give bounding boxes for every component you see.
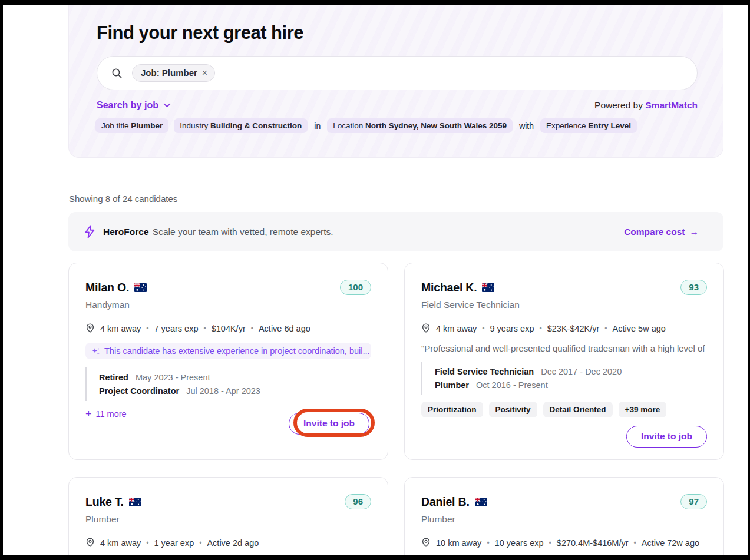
candidate-meta-row: 4 km away•7 years exp•$104K/yr•Active 6d… bbox=[85, 323, 371, 333]
candidate-quote: "Professional and well-presented qualifi… bbox=[421, 343, 707, 353]
close-icon[interactable]: × bbox=[202, 68, 207, 78]
candidate-job-title: Plumber bbox=[421, 514, 707, 525]
meta-item: Active 5w ago bbox=[613, 324, 666, 333]
search-input[interactable]: Job: Plumber × bbox=[97, 56, 698, 90]
meta-item: 1 year exp bbox=[154, 538, 194, 548]
match-score-badge: 100 bbox=[340, 280, 371, 295]
compare-cost-link[interactable]: Compare cost → bbox=[624, 227, 699, 237]
meta-item: 10 km away bbox=[436, 538, 481, 548]
powered-by: Powered by SmartMatch bbox=[594, 100, 698, 111]
filter-chip-location[interactable]: Location North Sydney, New South Wales 2… bbox=[327, 118, 513, 133]
filter-connector-in: in bbox=[313, 121, 322, 131]
search-term-label: Job: Plumber bbox=[141, 68, 197, 78]
meta-item: Active 2d ago bbox=[207, 538, 259, 548]
filter-chip-experience[interactable]: Experience Entry Level bbox=[540, 118, 637, 133]
candidate-card: Luke T.96Plumber4 km away•1 year exp•Act… bbox=[68, 477, 388, 560]
meta-separator: • bbox=[251, 324, 253, 333]
experience-row: PlumberOct 2016 - Present bbox=[435, 380, 707, 390]
meta-separator: • bbox=[146, 324, 148, 333]
search-term-chip[interactable]: Job: Plumber × bbox=[132, 64, 215, 82]
filter-connector-with: with bbox=[518, 121, 535, 131]
meta-item: $23K-$42K/yr bbox=[547, 324, 600, 333]
filter-label: Location bbox=[333, 121, 363, 130]
experience-role: Project Coordinator bbox=[99, 386, 179, 396]
candidate-job-title: Plumber bbox=[85, 514, 371, 525]
plus-icon: + bbox=[85, 409, 92, 419]
candidate-meta-row: 4 km away•9 years exp•$23K-$42K/yr•Activ… bbox=[421, 323, 707, 333]
candidate-card: Michael K.93Field Service Technician4 km… bbox=[404, 263, 724, 460]
search-by-job-dropdown[interactable]: Search by job bbox=[97, 100, 171, 111]
match-score-badge: 93 bbox=[680, 280, 707, 295]
meta-separator: • bbox=[549, 539, 551, 547]
candidate-job-title: Field Service Technician bbox=[421, 300, 707, 310]
screenshot-frame-right bbox=[748, 0, 750, 560]
filter-chip-job-title[interactable]: Job title Plumber bbox=[95, 118, 168, 133]
match-score-badge: 96 bbox=[345, 494, 371, 509]
candidate-name: Milan O. bbox=[85, 281, 129, 294]
candidate-card: Daniel B.97Plumber10 km away•10 years ex… bbox=[404, 477, 724, 560]
candidate-card-header: Milan O.100 bbox=[85, 280, 371, 295]
banner-message: Scale your team with vetted, remote expe… bbox=[153, 227, 333, 237]
meta-item: Active 72w ago bbox=[642, 538, 699, 548]
filter-value: Entry Level bbox=[588, 121, 631, 130]
filter-value: Building & Construction bbox=[210, 121, 302, 130]
candidate-card: Milan O.100Handyman4 km away•7 years exp… bbox=[68, 263, 388, 460]
experience-row: Field Service TechnicianDec 2017 - Dec 2… bbox=[435, 367, 707, 376]
meta-item: 4 km away bbox=[100, 538, 141, 548]
screenshot-frame-left bbox=[0, 0, 3, 560]
screenshot-frame-bottom bbox=[0, 555, 750, 560]
ai-summary-pill[interactable]: This candidate has extensive experience … bbox=[85, 343, 371, 359]
experience-list: Field Service TechnicianDec 2017 - Dec 2… bbox=[421, 362, 707, 395]
skill-tag[interactable]: Detail Oriented bbox=[543, 402, 613, 417]
candidate-name: Michael K. bbox=[421, 281, 477, 294]
experience-dates: Oct 2016 - Present bbox=[476, 380, 548, 390]
ai-summary-text: This candidate has extensive experience … bbox=[104, 346, 370, 356]
filter-label: Experience bbox=[546, 121, 586, 130]
location-pin-icon bbox=[85, 323, 95, 333]
screenshot-frame-top bbox=[0, 0, 750, 5]
arrow-right-icon: → bbox=[690, 227, 699, 237]
australia-flag-icon bbox=[129, 498, 141, 506]
meta-item: 9 years exp bbox=[490, 324, 534, 333]
chevron-down-icon bbox=[163, 103, 171, 108]
meta-separator: • bbox=[482, 324, 484, 333]
filter-chip-row: Job title Plumber Industry Building & Co… bbox=[95, 118, 637, 133]
show-more-experience-link[interactable]: +11 more bbox=[85, 409, 127, 419]
candidate-card-header: Luke T.96 bbox=[85, 494, 371, 509]
experience-dates: Jul 2018 - Apr 2023 bbox=[186, 386, 260, 396]
experience-role: Plumber bbox=[435, 380, 469, 390]
results-count: Showing 8 of 24 candidates bbox=[69, 194, 177, 204]
filter-label: Job title bbox=[101, 121, 129, 130]
skill-tag[interactable]: Positivity bbox=[489, 402, 537, 417]
experience-role: Retired bbox=[99, 373, 128, 382]
skill-tag-row: PrioritizationPositivityDetail Oriented+… bbox=[421, 402, 666, 417]
experience-row: RetiredMay 2023 - Present bbox=[99, 373, 371, 382]
meta-separator: • bbox=[487, 539, 489, 547]
filter-value: Plumber bbox=[131, 121, 163, 130]
search-hero-panel: Find your next great hire Job: Plumber ×… bbox=[68, 0, 723, 158]
page-title: Find your next great hire bbox=[97, 22, 303, 44]
meta-separator: • bbox=[539, 324, 541, 333]
candidate-card-header: Michael K.93 bbox=[421, 280, 707, 295]
meta-separator: • bbox=[634, 539, 636, 547]
show-more-label: 11 more bbox=[96, 409, 127, 419]
experience-role: Field Service Technician bbox=[435, 367, 534, 376]
sparkle-icon bbox=[91, 347, 100, 356]
candidate-name: Daniel B. bbox=[421, 495, 470, 509]
candidate-name: Luke T. bbox=[85, 495, 124, 509]
experience-row: Project CoordinatorJul 2018 - Apr 2023 bbox=[99, 386, 371, 396]
search-by-job-label: Search by job bbox=[97, 100, 158, 111]
skill-tag[interactable]: Prioritization bbox=[421, 402, 483, 417]
meta-separator: • bbox=[199, 539, 201, 547]
meta-item: Active 6d ago bbox=[259, 324, 310, 333]
candidate-meta-row: 10 km away•10 years exp•$270.4M-$416M/yr… bbox=[421, 538, 707, 548]
skill-tag[interactable]: +39 more bbox=[619, 402, 667, 417]
meta-separator: • bbox=[604, 324, 607, 333]
match-score-badge: 97 bbox=[680, 494, 707, 509]
australia-flag-icon bbox=[482, 283, 494, 292]
invite-to-job-button[interactable]: Invite to job bbox=[626, 426, 707, 448]
invite-to-job-button[interactable]: Invite to job bbox=[289, 413, 369, 435]
experience-dates: Dec 2017 - Dec 2020 bbox=[541, 367, 622, 376]
filter-chip-industry[interactable]: Industry Building & Construction bbox=[174, 118, 308, 133]
powered-by-label: Powered by bbox=[594, 100, 643, 110]
